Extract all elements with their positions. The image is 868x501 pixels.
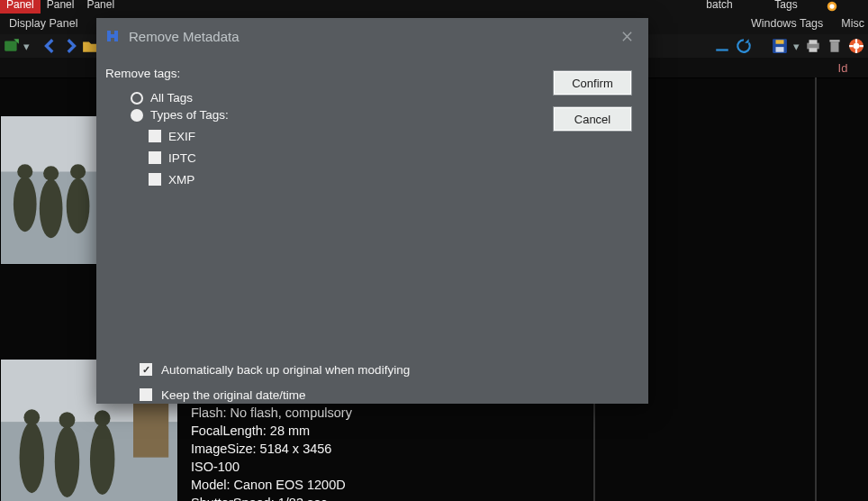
option-label: Types of Tags: [150,108,229,122]
option-label: All Tags [150,91,193,105]
dialog-title: Remove Metadata [129,29,240,44]
close-icon[interactable] [614,23,639,49]
checkbox-label: Automatically back up original when modi… [161,363,410,377]
checkbox-label: Keep the original date/time [161,388,306,402]
checkbox-icon [149,130,161,142]
checkbox-xmp[interactable]: XMP [149,169,639,190]
svg-rect-31 [107,31,111,41]
checkbox-icon [140,363,152,376]
radio-icon [131,109,143,122]
remove-metadata-dialog: Remove Metadata Remove tags: All Tags Ty… [96,18,648,404]
modal-overlay: Remove Metadata Remove tags: All Tags Ty… [0,0,868,501]
radio-icon [131,92,143,105]
dialog-titlebar: Remove Metadata [96,18,648,54]
confirm-button[interactable]: Confirm [553,70,632,96]
checkbox-label: XMP [168,173,194,187]
checkbox-icon [140,388,152,401]
checkbox-auto-backup[interactable]: Automatically back up original when modi… [140,357,410,382]
cancel-button[interactable]: Cancel [553,106,632,132]
checkbox-label: IPTC [168,151,196,165]
checkbox-icon [149,151,161,164]
checkbox-keep-date[interactable]: Keep the original date/time [140,382,410,407]
app-icon [105,29,120,43]
svg-rect-33 [111,34,114,38]
svg-rect-32 [114,31,118,41]
checkbox-label: EXIF [168,130,195,143]
checkbox-iptc[interactable]: IPTC [149,147,639,169]
checkbox-icon [149,173,161,186]
